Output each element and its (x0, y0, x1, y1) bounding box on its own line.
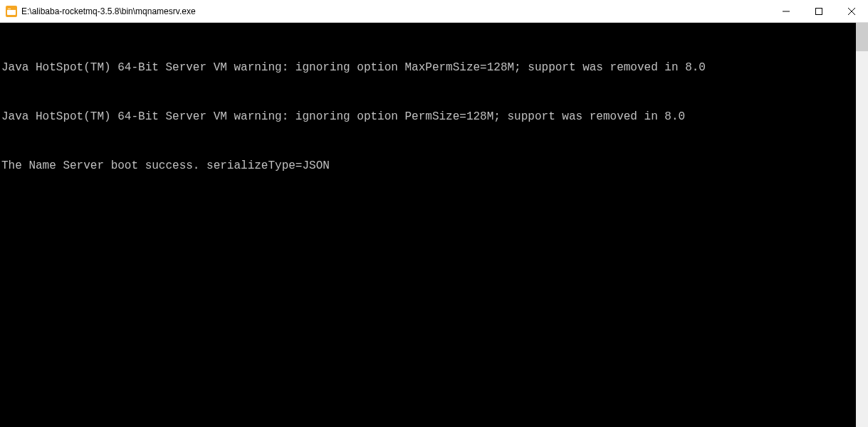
console-line: Java HotSpot(TM) 64-Bit Server VM warnin… (1, 60, 854, 76)
svg-point-4 (9, 8, 11, 9)
maximize-button[interactable] (802, 0, 835, 22)
window-controls (770, 0, 868, 22)
console-line: Java HotSpot(TM) 64-Bit Server VM warnin… (1, 109, 854, 125)
console-line: The Name Server boot success. serializeT… (1, 158, 854, 174)
console-output[interactable]: Java HotSpot(TM) 64-Bit Server VM warnin… (0, 23, 856, 427)
minimize-button[interactable] (770, 0, 802, 22)
console-app-icon (6, 6, 17, 17)
close-button[interactable] (835, 0, 868, 22)
console-area: Java HotSpot(TM) 64-Bit Server VM warnin… (0, 23, 868, 427)
window-title: E:\alibaba-rocketmq-3.5.8\bin\mqnamesrv.… (21, 6, 770, 16)
scrollbar-thumb[interactable] (856, 23, 868, 51)
svg-rect-6 (816, 8, 822, 14)
svg-point-3 (8, 8, 9, 9)
vertical-scrollbar[interactable] (856, 23, 868, 427)
window-titlebar: E:\alibaba-rocketmq-3.5.8\bin\mqnamesrv.… (0, 0, 868, 23)
